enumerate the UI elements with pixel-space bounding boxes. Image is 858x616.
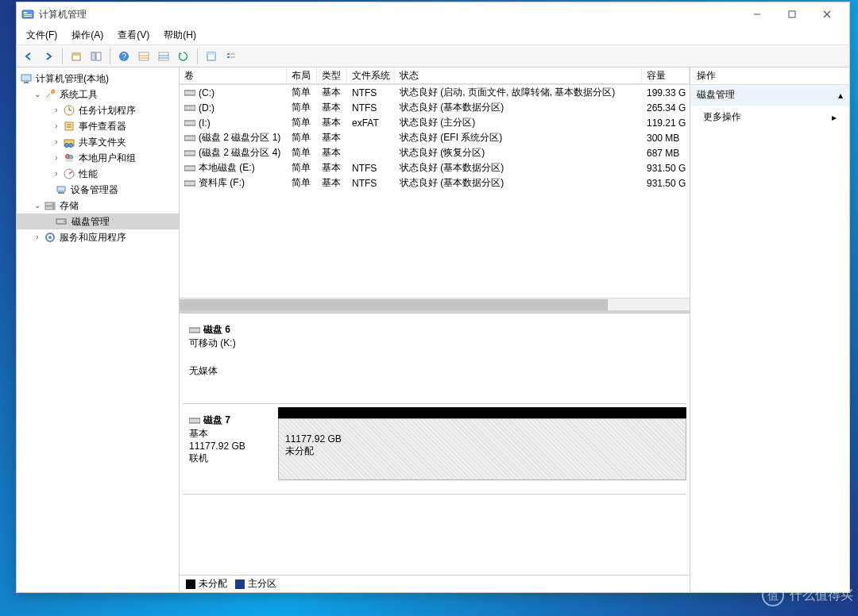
maximize-button[interactable] [775,3,810,25]
tree-services-apps[interactable]: › 服务和应用程序 [17,229,179,245]
legend: 未分配 主分区 [180,575,690,592]
col-type[interactable]: 类型 [317,67,347,84]
action-category[interactable]: 磁盘管理 ▴ [690,85,849,106]
col-volume[interactable]: 卷 [180,67,287,84]
table-row[interactable]: (D:) 简单 基本 NTFS 状态良好 (基本数据分区) 265.34 G [180,100,690,115]
table-row[interactable]: (I:) 简单 基本 exFAT 状态良好 (主分区) 119.21 G [180,115,690,130]
svg-rect-1 [24,12,27,13]
table-row[interactable]: (磁盘 2 磁盘分区 1) 简单 基本 状态良好 (EFI 系统分区) 300 … [180,130,690,145]
expander-icon[interactable]: ⌄ [33,198,42,214]
tree-event-viewer[interactable]: › 事件查看器 [17,118,179,134]
svg-point-51 [48,236,52,239]
svg-rect-11 [96,52,101,60]
expander-icon[interactable]: › [52,102,61,118]
expander-icon[interactable]: › [52,134,61,150]
col-capacity[interactable]: 容量 [642,67,690,84]
show-hide-tree-button[interactable] [87,48,105,65]
disk-row[interactable]: 磁盘 6 可移动 (K:) 无媒体 [183,317,686,404]
legend-primary: 主分区 [235,577,276,591]
tree-performance[interactable]: › 性能 [17,166,179,182]
disk-mgmt-icon [55,215,68,228]
back-button[interactable] [20,48,37,65]
menu-action[interactable]: 操作(A) [65,27,110,44]
disk-info: 磁盘 7 基本 11177.92 GB 联机 [183,407,278,494]
horizontal-scrollbar[interactable] [180,298,690,310]
legend-unallocated: 未分配 [186,577,227,591]
svg-rect-52 [184,90,195,95]
performance-icon [63,167,75,180]
properties-button[interactable] [203,48,220,65]
action-category-label: 磁盘管理 [697,88,735,102]
action-label: 更多操作 [703,110,741,124]
middle-pane: 卷 布局 类型 文件系统 状态 容量 (C:) 简单 基本 NTFS [180,67,690,592]
drive-icon [184,119,195,127]
services-icon [44,231,56,244]
actions-header: 操作 [690,67,849,85]
menu-view[interactable]: 查看(V) [111,27,156,44]
svg-rect-21 [207,52,215,55]
expander-icon[interactable]: › [52,118,61,134]
expander-icon[interactable]: ⌄ [33,87,42,102]
svg-point-38 [69,156,73,160]
drive-icon [184,149,195,157]
tree-task-scheduler[interactable]: › 任务计划程序 [17,102,179,118]
table-row[interactable]: 资料库 (F:) 简单 基本 NTFS 状态良好 (基本数据分区) 931.50… [180,175,690,191]
toolbar-view1-button[interactable] [135,48,153,65]
tree-label: 存储 [60,198,79,214]
menu-help[interactable]: 帮助(H) [157,27,203,44]
action-more[interactable]: 更多操作 ▸ [690,106,849,129]
close-button[interactable] [810,3,844,25]
table-row[interactable]: (C:) 简单 基本 NTFS 状态良好 (启动, 页面文件, 故障转储, 基本… [180,85,690,100]
svg-rect-2 [24,14,32,15]
disk-row[interactable]: 磁盘 7 基本 11177.92 GB 联机 11177.92 GB 未分配 [183,407,686,495]
svg-rect-26 [21,75,31,81]
table-row[interactable]: 本地磁盘 (E:) 简单 基本 NTFS 状态良好 (基本数据分区) 931.5… [180,160,690,175]
tree-label: 任务计划程序 [79,102,136,118]
list-button[interactable] [222,48,240,65]
volume-table: 卷 布局 类型 文件系统 状态 容量 (C:) 简单 基本 NTFS [180,67,690,314]
tree-label: 共享文件夹 [79,134,126,150]
col-layout[interactable]: 布局 [287,67,317,84]
svg-rect-24 [227,56,230,58]
menu-file[interactable]: 文件(F) [20,27,64,44]
volume-table-body[interactable]: (C:) 简单 基本 NTFS 状态良好 (启动, 页面文件, 故障转储, 基本… [180,85,690,298]
minimize-button[interactable] [740,3,775,25]
refresh-button[interactable] [175,48,192,65]
svg-rect-43 [58,192,64,194]
up-button[interactable] [68,48,85,65]
tree-storage[interactable]: ⌄ 存储 [17,198,179,214]
disk-visual-nomedia[interactable] [278,317,686,403]
forward-button[interactable] [40,48,57,65]
toolbar-view2-button[interactable] [155,48,172,65]
expander-icon[interactable]: › [52,150,61,166]
storage-icon [44,199,56,212]
tree-label: 设备管理器 [71,182,118,198]
tree-root[interactable]: 计算机管理(本地) [17,71,179,87]
disk-name: 磁盘 6 [203,323,230,337]
tree-shared-folders[interactable]: › 共享文件夹 [17,134,179,150]
disk-visual-unallocated[interactable]: 11177.92 GB 未分配 [278,407,686,494]
expander-icon[interactable]: › [52,166,61,182]
tree-system-tools[interactable]: ⌄ 系统工具 [17,87,179,102]
col-fs[interactable]: 文件系统 [347,67,395,84]
separator [62,48,63,64]
disk-icon [189,417,200,425]
help-button[interactable]: ? [115,48,133,65]
tree-label: 性能 [79,166,98,182]
tree-device-manager[interactable]: 设备管理器 [17,182,179,198]
svg-rect-31 [65,122,73,130]
separator [110,48,110,64]
tree-label: 计算机管理(本地) [36,71,109,87]
table-row[interactable]: (磁盘 2 磁盘分区 4) 简单 基本 状态良好 (恢复分区) 687 MB [180,145,690,160]
svg-rect-60 [189,418,200,423]
expander-icon[interactable]: › [33,229,42,245]
col-status[interactable]: 状态 [395,67,642,84]
disk-info: 磁盘 6 可移动 (K:) 无媒体 [183,317,278,403]
svg-rect-59 [189,328,200,333]
tree-disk-management[interactable]: 磁盘管理 [17,214,179,229]
tree-local-users[interactable]: › 本地用户和组 [17,150,179,166]
navigation-tree[interactable]: 计算机管理(本地) ⌄ 系统工具 › 任务计划程序 › 事件查看器 [17,67,180,592]
drive-icon [184,89,195,97]
svg-rect-14 [139,52,149,60]
svg-rect-42 [57,187,65,191]
